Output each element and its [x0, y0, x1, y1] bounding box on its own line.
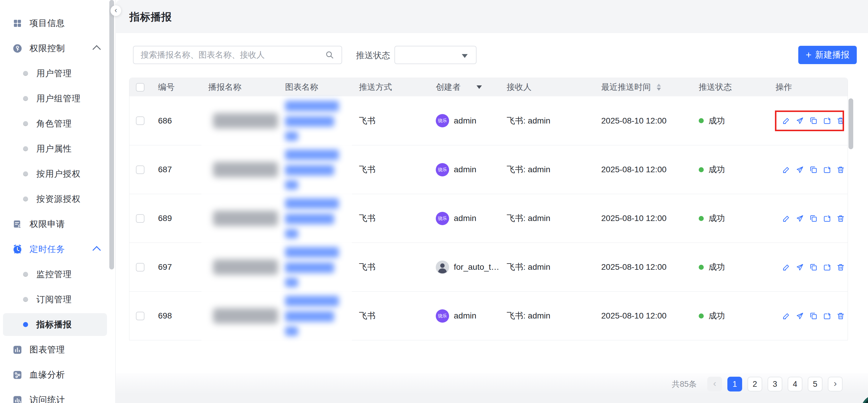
rerun-icon[interactable] [823, 116, 831, 125]
row-id: 697 [151, 243, 201, 291]
row-push-method: 飞书 [352, 96, 429, 145]
row-checkbox[interactable] [136, 116, 145, 125]
sidebar-item-scheduled-tasks[interactable]: 定时任务 [0, 237, 115, 262]
copy-icon[interactable] [809, 312, 818, 320]
row-push-method: 飞书 [352, 243, 429, 291]
row-last-push-time: 2025-08-10 12:00 [594, 291, 692, 340]
copy-icon[interactable] [809, 165, 818, 174]
sort-icon[interactable] [657, 84, 661, 91]
sidebar-item-permission-request[interactable]: 权限申请 [0, 212, 115, 237]
status-success-dot [699, 265, 704, 270]
sidebar-item-project-info[interactable]: 项目信息 [0, 11, 115, 36]
page-button-1[interactable]: 1 [727, 377, 742, 392]
chart-name-redacted [285, 229, 298, 239]
prev-page-button[interactable]: ‹ [707, 377, 722, 392]
rerun-icon[interactable] [823, 165, 831, 174]
send-icon[interactable] [796, 165, 804, 174]
row-id: 689 [151, 194, 201, 243]
sidebar-item-user-group-management[interactable]: 用户组管理 [0, 86, 115, 111]
sidebar-item-access-statistics[interactable]: 访问统计 [0, 388, 115, 403]
rerun-icon[interactable] [823, 214, 831, 223]
row-id: 698 [151, 291, 201, 340]
edit-icon[interactable] [782, 165, 790, 174]
copy-icon[interactable] [809, 214, 818, 223]
sidebar-item-subscription-management[interactable]: 订阅管理 [0, 287, 115, 312]
send-icon[interactable] [796, 214, 804, 223]
sidebar-item-label: 访问统计 [30, 394, 65, 403]
chart-name-redacted [285, 101, 339, 112]
sidebar-item-auth-by-user[interactable]: 按用户授权 [0, 161, 115, 186]
sidebar-item-label: 血缘分析 [30, 369, 65, 381]
delete-icon[interactable] [836, 312, 845, 320]
copy-icon[interactable] [809, 116, 818, 125]
row-checkbox[interactable] [136, 214, 145, 223]
create-broadcast-button[interactable]: + 新建播报 [798, 46, 857, 64]
bullet-dot-icon [23, 172, 28, 176]
row-last-push-time: 2025-08-10 12:00 [594, 96, 692, 145]
bullet-dot-icon [23, 196, 28, 202]
creator-name: admin [454, 165, 476, 174]
row-checkbox[interactable] [136, 312, 145, 320]
edit-icon[interactable] [782, 214, 790, 223]
sidebar-item-label: 监控管理 [36, 269, 72, 280]
sidebar-item-chart-management[interactable]: 图表管理 [0, 337, 115, 362]
sidebar-item-role-management[interactable]: 角色管理 [0, 111, 115, 136]
rerun-icon[interactable] [823, 263, 831, 272]
branch-icon [12, 370, 23, 380]
creator-name: admin [454, 311, 476, 320]
delete-icon[interactable] [836, 116, 845, 125]
bullet-dot-icon [23, 322, 28, 327]
page-button-2[interactable]: 2 [747, 377, 762, 392]
status-text: 成功 [709, 164, 725, 175]
creator-filter-icon[interactable] [476, 85, 482, 89]
chevron-left-icon: ‹ [115, 6, 117, 14]
chart-name-redacted [285, 116, 334, 127]
table-header-row: 编号 播报名称 图表名称 推送方式 创建者 接收人 最近推送时间 推送状态 操作 [129, 78, 848, 96]
select-all-checkbox[interactable] [136, 83, 145, 92]
sidebar-nav: 项目信息权限控制用户管理用户组管理角色管理用户属性按用户授权按资源授权权限申请定… [0, 11, 115, 403]
broadcast-name-redacted [213, 308, 278, 323]
row-actions [769, 145, 848, 194]
sidebar-collapse-button[interactable]: ‹ [111, 5, 121, 16]
sidebar-item-label: 按资源授权 [36, 193, 81, 205]
page-button-5[interactable]: 5 [808, 377, 823, 392]
delete-icon[interactable] [836, 214, 845, 223]
total-count-label: 共85条 [672, 379, 696, 390]
search-input[interactable] [141, 50, 325, 60]
delete-icon[interactable] [836, 165, 845, 174]
pagination: 共85条 ‹ 12345 › [672, 377, 843, 392]
sidebar-item-lineage-analysis[interactable]: 血缘分析 [0, 362, 115, 388]
status-success-dot [699, 313, 704, 318]
sidebar-item-user-attributes[interactable]: 用户属性 [0, 136, 115, 161]
stats-icon [12, 395, 23, 403]
delete-icon[interactable] [836, 263, 845, 272]
next-page-button[interactable]: › [828, 377, 843, 392]
copy-icon[interactable] [809, 263, 818, 272]
sidebar-item-monitor-management[interactable]: 监控管理 [0, 262, 115, 287]
table-scrollbar-thumb[interactable] [848, 98, 853, 149]
row-actions [769, 96, 848, 145]
grid-icon [12, 18, 23, 28]
creator-name: for_auto_t… [454, 262, 499, 272]
send-icon[interactable] [796, 312, 804, 320]
page-button-4[interactable]: 4 [788, 377, 802, 392]
row-receiver: 飞书: admin [500, 194, 594, 243]
sidebar-item-auth-by-resource[interactable]: 按资源授权 [0, 186, 115, 212]
sidebar-item-label: 角色管理 [36, 118, 72, 130]
row-checkbox[interactable] [136, 263, 145, 272]
send-icon[interactable] [796, 116, 804, 125]
sidebar-scrollbar-thumb[interactable] [109, 0, 114, 270]
page-button-3[interactable]: 3 [768, 377, 782, 392]
sidebar-item-user-management[interactable]: 用户管理 [0, 61, 115, 86]
sidebar-item-metric-broadcast[interactable]: 指标播报 [0, 312, 115, 337]
send-icon[interactable] [796, 263, 804, 272]
sidebar-item-permission-control[interactable]: 权限控制 [0, 36, 115, 61]
rerun-icon[interactable] [823, 312, 831, 320]
push-status-select[interactable] [395, 46, 476, 64]
row-checkbox[interactable] [136, 165, 145, 174]
edit-icon[interactable] [782, 263, 790, 272]
page-title: 指标播报 [129, 10, 868, 24]
edit-icon[interactable] [782, 312, 790, 320]
creator-avatar: 骁乐 [436, 163, 449, 176]
edit-icon[interactable] [782, 116, 790, 125]
